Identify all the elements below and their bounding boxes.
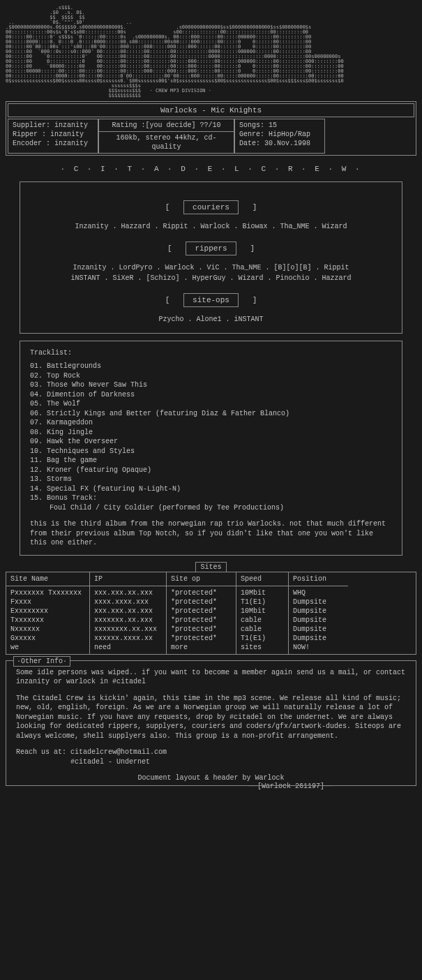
sites-cell: T1(E1) [241,634,284,643]
sites-cell: Dumpsite [293,625,344,634]
track-item: 06. Strictly Kings and Better (featuring… [30,409,392,419]
track-item: 04. Dimention of Darkness [30,390,392,400]
col-ip: IP [90,572,166,586]
sites-cell: need [94,643,162,652]
other-info-label: ·Other Info· [13,656,70,667]
sites-cell: Dumpsite [293,616,344,625]
release-title: Warlocks - Mic Knights [8,103,414,117]
contact-irc: #citadel - Undernet [16,757,406,767]
sites-cell: xxxx.xxxx.xxx [94,597,162,607]
sites-cell: xxx.xxx.xx.xxx [94,607,162,616]
sites-cell: Dumpsite [293,634,344,643]
sites-cell: Txxxxxxx [10,616,85,625]
track-item: 13. Storms [30,475,392,484]
sites-cell: *protected* [171,616,232,625]
meta-cell: Songs: 15 Genre: HipHop/Rap Date: 30.Nov… [234,119,325,154]
sites-cell: Dumpsite [293,607,344,616]
supplier-cell: Supplier: inzanity Ripper : inzanity Enc… [8,119,98,154]
track-item: 01. Battlegrounds [30,362,392,371]
sites-cell: 10Mbit [241,588,284,597]
sites-cell: NOW! [293,643,344,652]
sites-cell: Dumpsite [293,597,344,607]
sites-cell: *protected* [171,597,232,607]
contact-email: Reach us at: citadelcrew@hotmail.com [16,748,406,757]
sites-cell: xxxxxx.xxxx.xx [94,634,162,643]
sites-cell: WHQ [293,588,344,597]
track-item: 15. Bonus Track: [30,493,392,503]
crew-header: · C · I · T · A · D · E · L · C · R · E … [6,164,416,174]
other-p1: Some idle persons was wiped.. if you wan… [16,668,406,687]
track-item: 12. Kroner (featuring Opaque) [30,466,392,475]
tracklist-title: Tracklist: [30,348,392,357]
couriers-list: Inzanity . Hazzard . Rippit . Warlock . … [34,221,388,232]
sites-cell: xxxxxxx.xx.xxx [94,616,162,625]
other-p2: The Citadel Crew is kickin' again, this … [16,694,406,741]
track-item: 14. Special FX (featuring N-Light-N) [30,484,392,494]
sites-cell: Gxxxxx [10,634,85,643]
sites-cell: we [10,643,85,652]
other-info-box: ·Other Info· Some idle persons was wiped… [6,660,416,787]
sites-cell: *protected* [171,588,232,597]
track-item: 05. The Wolf [30,399,392,409]
sites-cell: *protected* [171,625,232,634]
sites-cell: 10Mbit [241,607,284,616]
sites-cell: sites [241,643,284,652]
track-item: 10. Techniques and Styles [30,447,392,456]
sites-cell: cable [241,625,284,634]
sites-cell: more [171,643,232,652]
track-item: 11. Bag the game [30,456,392,466]
track-item: 09. Hawk the Overseer [30,437,392,447]
track-item: 08. King Jingle [30,428,392,438]
crew-box: [ couriers ] Inzanity . Hazzard . Rippit… [20,181,402,334]
rating-cell: Rating :[you decide] ??/10 160kb, stereo… [98,119,234,154]
sites-cell: cable [241,616,284,625]
rippers-label: [ rippers ] [34,242,388,255]
track-item: 02. Top Rock [30,371,392,381]
doc-credit: Document layout & header by Warlock [16,773,406,782]
track-item: 03. Those Who Never Saw This [30,380,392,390]
sites-cell: Pxxxxxxx Txxxxxxx [10,588,85,597]
rippers-list: Inzanity . LordPyro . Warlock . ViC . Th… [34,262,388,283]
siteops-label: [ site-ops ] [34,293,388,307]
sites-table: Site Name Pxxxxxxx TxxxxxxxFxxxxExxxxxxx… [6,572,416,655]
bonus-track-detail: Foul Child / City Coldier (performed by … [30,503,392,513]
col-position: Position [289,572,348,586]
ascii-logo: .s$$$. .$0 .s. 0$. $$ $$$$ $$ .. `0$.`""… [6,6,416,98]
release-note: this is the third album from the norwegi… [30,519,392,548]
col-site-name: Site Name [6,572,89,586]
sites-cell: *protected* [171,607,232,616]
sites-cell: *protected* [171,634,232,643]
sites-cell: T1(E1) [241,597,284,607]
sites-cell: xxxxxxxx.xx.xxx [94,625,162,634]
siteops-list: Pzycho . Alone1 . iNSTANT [34,314,388,325]
sites-cell: xxx.xxx.xx.xxx [94,588,162,597]
sites-header: Sites [6,563,416,572]
tracklist-box: Tracklist: 01. Battlegrounds02. Top Rock… [20,341,402,556]
release-info-box: Warlocks - Mic Knights Supplier: inzanit… [6,101,416,156]
couriers-label: [ couriers ] [34,200,388,214]
track-item: 07. Karmageddon [30,418,392,428]
sites-cell: Nxxxxxx [10,625,85,634]
sites-cell: Fxxxx [10,597,85,607]
col-siteop: Site op [167,572,236,586]
col-speed: Speed [236,572,288,586]
sites-cell: Exxxxxxxx [10,607,85,616]
